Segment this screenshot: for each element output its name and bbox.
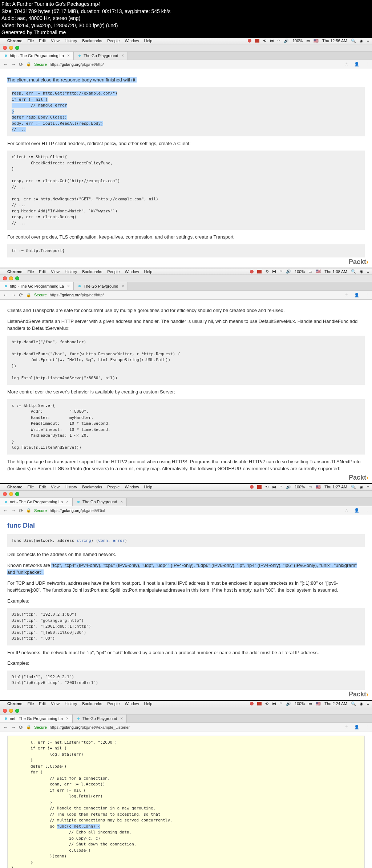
siri-icon[interactable]: ◉ xyxy=(360,701,363,706)
spotlight-icon[interactable]: 🔍 xyxy=(351,701,356,706)
close-icon[interactable]: × xyxy=(120,499,123,504)
tab-playground[interactable]: The Go Playground× xyxy=(73,715,127,723)
menu-bookmarks[interactable]: Bookmarks xyxy=(82,269,102,274)
menu-window[interactable]: Window xyxy=(125,701,139,706)
menu-bookmarks[interactable]: Bookmarks xyxy=(82,39,102,43)
tab-playground[interactable]: The Go Playground× xyxy=(73,498,127,506)
menu-dots-icon[interactable]: ⋮ xyxy=(365,508,369,513)
menu-bookmarks[interactable]: Bookmarks xyxy=(82,701,102,706)
forward-button[interactable]: → xyxy=(11,508,16,513)
url-field[interactable]: https://golang.org/pkg/net/#Dial xyxy=(50,508,342,513)
menu-view[interactable]: View xyxy=(51,39,60,43)
maximize-window[interactable] xyxy=(15,276,19,280)
siri-icon[interactable]: ◉ xyxy=(360,39,363,43)
reload-button[interactable]: ⟳ xyxy=(19,508,23,513)
close-icon[interactable]: × xyxy=(66,716,69,721)
menu-window[interactable]: Window xyxy=(125,39,139,43)
menu-history[interactable]: History xyxy=(65,39,77,43)
menu-file[interactable]: File xyxy=(28,701,34,706)
reload-button[interactable]: ⟳ xyxy=(19,292,23,298)
minimize-window[interactable] xyxy=(9,492,13,496)
menu-icon[interactable]: ≡ xyxy=(367,701,369,706)
menu-chrome[interactable]: Chrome xyxy=(7,39,23,43)
close-window[interactable] xyxy=(3,709,7,713)
bookmark-star-icon[interactable]: ☆ xyxy=(345,725,348,729)
tab-net-docs[interactable]: net - The Go Programming La× xyxy=(0,498,73,506)
listener-example-code[interactable]: l, err := net.Listen("tcp", ":2000") if … xyxy=(7,736,365,868)
menu-help[interactable]: Help xyxy=(144,39,153,43)
menu-edit[interactable]: Edit xyxy=(39,485,46,489)
minimize-window[interactable] xyxy=(9,276,13,280)
siri-icon[interactable]: ◉ xyxy=(360,269,363,274)
close-icon[interactable]: × xyxy=(67,284,70,289)
menu-history[interactable]: History xyxy=(65,269,77,274)
menu-edit[interactable]: Edit xyxy=(39,269,46,274)
url-field[interactable]: https://golang.org/pkg/net/http/ xyxy=(50,62,342,67)
profile-icon[interactable]: 👤 xyxy=(354,62,359,67)
menu-people[interactable]: People xyxy=(107,485,120,489)
tab-http-docs[interactable]: http - The Go Programming La× xyxy=(0,282,74,290)
spotlight-icon[interactable]: 🔍 xyxy=(351,269,356,274)
forward-button[interactable]: → xyxy=(11,292,16,298)
back-button[interactable]: ← xyxy=(3,724,8,730)
menu-people[interactable]: People xyxy=(107,269,120,274)
menu-view[interactable]: View xyxy=(51,485,60,489)
close-icon[interactable]: × xyxy=(121,284,124,289)
close-window[interactable] xyxy=(3,276,7,280)
menu-help[interactable]: Help xyxy=(144,701,153,706)
forward-button[interactable]: → xyxy=(11,61,16,67)
menu-window[interactable]: Window xyxy=(125,485,139,489)
back-button[interactable]: ← xyxy=(3,61,8,67)
menu-icon[interactable]: ≡ xyxy=(367,269,369,274)
menu-chrome[interactable]: Chrome xyxy=(7,485,23,489)
menu-edit[interactable]: Edit xyxy=(39,39,46,43)
maximize-window[interactable] xyxy=(15,492,19,496)
bookmark-star-icon[interactable]: ☆ xyxy=(345,62,348,67)
menu-view[interactable]: View xyxy=(51,269,60,274)
close-icon[interactable]: × xyxy=(67,53,70,58)
reload-button[interactable]: ⟳ xyxy=(19,61,23,67)
menu-help[interactable]: Help xyxy=(144,269,153,274)
close-window[interactable] xyxy=(3,46,7,50)
menu-dots-icon[interactable]: ⋮ xyxy=(365,293,369,297)
close-icon[interactable]: × xyxy=(66,499,69,504)
menu-bookmarks[interactable]: Bookmarks xyxy=(82,485,102,489)
back-button[interactable]: ← xyxy=(3,508,8,513)
reload-button[interactable]: ⟳ xyxy=(19,724,23,730)
tab-http-docs[interactable]: http - The Go Programming La× xyxy=(0,52,74,60)
tab-net-docs[interactable]: net - The Go Programming La× xyxy=(0,715,73,723)
profile-icon[interactable]: 👤 xyxy=(354,725,359,729)
profile-icon[interactable]: 👤 xyxy=(354,293,359,297)
menu-history[interactable]: History xyxy=(65,485,77,489)
forward-button[interactable]: → xyxy=(11,724,16,730)
menu-history[interactable]: History xyxy=(65,701,77,706)
menu-icon[interactable]: ≡ xyxy=(367,39,369,43)
tab-playground[interactable]: The Go Playground× xyxy=(74,282,128,290)
menu-edit[interactable]: Edit xyxy=(39,701,46,706)
close-icon[interactable]: × xyxy=(121,53,124,58)
back-button[interactable]: ← xyxy=(3,292,8,298)
menu-dots-icon[interactable]: ⋮ xyxy=(365,725,369,729)
minimize-window[interactable] xyxy=(9,46,13,50)
menu-file[interactable]: File xyxy=(28,39,34,43)
tab-playground[interactable]: The Go Playground× xyxy=(74,52,128,60)
maximize-window[interactable] xyxy=(15,46,19,50)
menu-file[interactable]: File xyxy=(28,485,34,489)
maximize-window[interactable] xyxy=(15,709,19,713)
menu-icon[interactable]: ≡ xyxy=(367,485,369,489)
spotlight-icon[interactable]: 🔍 xyxy=(351,39,356,43)
url-field[interactable]: https://golang.org/pkg/net/http/ xyxy=(50,293,342,297)
siri-icon[interactable]: ◉ xyxy=(360,485,363,489)
close-window[interactable] xyxy=(3,492,7,496)
menu-people[interactable]: People xyxy=(107,701,120,706)
menu-file[interactable]: File xyxy=(28,269,34,274)
menu-view[interactable]: View xyxy=(51,701,60,706)
bookmark-star-icon[interactable]: ☆ xyxy=(345,293,348,297)
url-field[interactable]: https://golang.org/pkg/net/#example_List… xyxy=(50,725,342,729)
menu-people[interactable]: People xyxy=(107,39,120,43)
minimize-window[interactable] xyxy=(9,709,13,713)
bookmark-star-icon[interactable]: ☆ xyxy=(345,508,348,513)
menu-window[interactable]: Window xyxy=(125,269,139,274)
menu-chrome[interactable]: Chrome xyxy=(7,269,23,274)
spotlight-icon[interactable]: 🔍 xyxy=(351,485,356,489)
